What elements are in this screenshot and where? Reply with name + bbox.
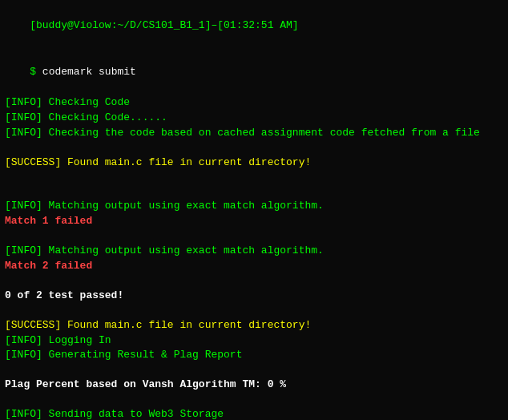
output-line xyxy=(5,304,503,318)
prompt-symbol: $ xyxy=(30,66,42,78)
output-line xyxy=(5,393,503,407)
output-line: [INFO] Matching output using exact match… xyxy=(5,199,503,214)
output-line xyxy=(5,274,503,289)
output-area: [INFO] Checking Code[INFO] Checking Code… xyxy=(5,95,503,420)
output-line xyxy=(5,184,503,199)
output-line: 0 of 2 test passed! xyxy=(5,289,503,304)
command-text: codemark submit xyxy=(42,66,136,78)
terminal-window: [buddy@Violow:~/D/CS101_B1_1]–[01:32:51 … xyxy=(0,0,508,420)
output-line: [INFO] Checking Code...... xyxy=(5,111,503,126)
output-line: [INFO] Matching output using exact match… xyxy=(5,244,503,259)
title-bar: [buddy@Violow:~/D/CS101_B1_1]–[01:32:51 … xyxy=(5,3,503,49)
output-line xyxy=(5,141,503,155)
output-line xyxy=(5,363,503,378)
output-line: [INFO] Sending data to Web3 Storage xyxy=(5,407,503,420)
output-line: Match 2 failed xyxy=(5,259,503,274)
prompt-line: $ codemark submit xyxy=(5,50,503,96)
output-line: [SUCCESS] Found main.c file in current d… xyxy=(5,155,503,171)
output-line xyxy=(5,170,503,184)
title-text: [buddy@Violow:~/D/CS101_B1_1]–[01:32:51 … xyxy=(30,19,298,31)
output-line: [INFO] Checking the code based on cached… xyxy=(5,126,503,141)
output-line: [INFO] Logging In xyxy=(5,333,503,349)
output-line: [INFO] Generating Result & Plag Report xyxy=(5,348,503,363)
output-line xyxy=(5,229,503,244)
output-line: [SUCCESS] Found main.c file in current d… xyxy=(5,318,503,333)
output-line: [INFO] Checking Code xyxy=(5,95,503,111)
output-line: Match 1 failed xyxy=(5,214,503,229)
output-line: Plag Percent based on Vansh Algorithm TM… xyxy=(5,378,503,393)
